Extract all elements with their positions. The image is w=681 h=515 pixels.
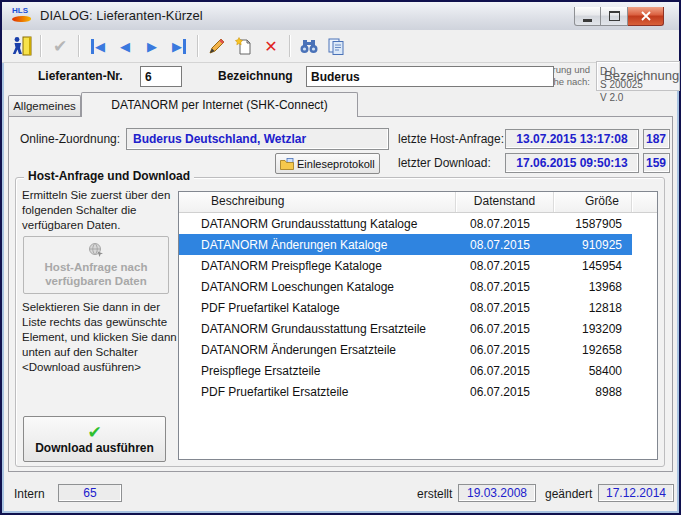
window-controls [574, 7, 664, 26]
column-header-groesse[interactable]: Größe [554, 192, 632, 212]
meta-line: S 200025 [600, 78, 643, 91]
nav-prev-icon: ◀ [120, 39, 130, 54]
column-header-filler [632, 192, 657, 212]
download-ausfuehren-button[interactable]: ✔ Download ausführen [23, 416, 166, 462]
online-zuordnung-label: Online-Zuordnung: [20, 132, 120, 146]
cell-datenstand: 08.07.2015 [456, 217, 554, 231]
globe-query-icon [88, 242, 104, 258]
table-row[interactable]: PDF Pruefartikel Kataloge 08.07.2015 128… [179, 297, 632, 318]
title-bar[interactable]: HLS DIALOG: Lieferanten-Kürzel [2, 2, 679, 31]
confirm-check-icon: ✔ [53, 36, 67, 56]
toolbar-separator [78, 35, 80, 57]
window-title: DIALOG: Lieferanten-Kürzel [40, 2, 203, 30]
table-row[interactable]: DATANORM Änderungen Ersatzteile 06.07.20… [179, 339, 632, 360]
cell-groesse: 192658 [554, 343, 632, 357]
cell-beschreibung: DATANORM Änderungen Kataloge [179, 238, 456, 252]
cell-datenstand: 08.07.2015 [456, 259, 554, 273]
cell-groesse: 13968 [554, 280, 632, 294]
exit-button[interactable] [10, 34, 34, 58]
nav-last-button[interactable]: ▶ [167, 34, 191, 58]
nav-prev-button[interactable]: ◀ [113, 34, 137, 58]
maximize-icon [609, 11, 620, 21]
column-header-datenstand[interactable]: Datenstand [456, 192, 554, 212]
cell-beschreibung: Preispflege Ersatzteile [179, 364, 456, 378]
toolbar-separator [197, 35, 199, 57]
cell-groesse: 8988 [554, 385, 632, 399]
delete-icon: ✕ [264, 37, 277, 56]
nav-last-icon: ▶ [172, 39, 186, 54]
instruction-top: Ermitteln Sie zuerst über den folgenden … [22, 188, 174, 233]
bezeichnung-input[interactable] [306, 66, 554, 87]
dialog-window: HLS DIALOG: Lieferanten-Kürzel [0, 0, 681, 515]
close-icon [641, 11, 651, 21]
table-row[interactable]: Preispflege Ersatzteile 06.07.2015 58400 [179, 360, 632, 381]
nav-next-button[interactable]: ▶ [140, 34, 164, 58]
cell-groesse: 12818 [554, 301, 632, 315]
new-document-icon [235, 37, 253, 55]
minimize-icon [583, 19, 592, 22]
cell-datenstand: 08.07.2015 [456, 280, 554, 294]
host-anfrage-button[interactable]: Host-Anfrage nach verfügbaren Daten [23, 236, 169, 294]
geaendert-field: 17.12.2014 [598, 484, 674, 502]
app-hls-icon: HLS [12, 7, 36, 25]
nav-first-button[interactable]: ◀ [86, 34, 110, 58]
table-row[interactable]: PDF Pruefartikel Ersatzteile 06.07.2015 … [179, 381, 632, 402]
hls-swoosh [12, 16, 31, 22]
delete-button[interactable]: ✕ [259, 34, 283, 58]
nav-first-icon: ◀ [91, 39, 105, 54]
cell-groesse: 145954 [554, 259, 632, 273]
cell-groesse: 193209 [554, 322, 632, 336]
edit-pencil-icon [208, 37, 226, 55]
toolbar-buttons: ✔ ◀ ◀ ▶ ▶ [10, 33, 348, 59]
online-zuordnung-field: Buderus Deutschland, Wetzlar [126, 128, 389, 150]
geaendert-label: geändert [545, 487, 592, 501]
copy-icon [327, 37, 345, 55]
letzte-host-anfrage-field: 13.07.2015 13:17:08 [505, 129, 639, 149]
meta-line: V 2.0 [600, 91, 643, 104]
datanorm-tab-panel: Online-Zuordnung: Buderus Deutschland, W… [8, 116, 673, 472]
edit-button[interactable] [205, 34, 229, 58]
cell-groesse: 58400 [554, 364, 632, 378]
cell-datenstand: 06.07.2015 [456, 322, 554, 336]
search-button[interactable] [297, 34, 321, 58]
maximize-button[interactable] [601, 7, 628, 26]
close-button[interactable] [628, 7, 664, 26]
intern-label: Intern [14, 487, 45, 501]
cell-beschreibung: PDF Pruefartikel Ersatzteile [179, 385, 456, 399]
lieferanten-nr-label: Lieferanten-Nr. [38, 69, 123, 83]
new-record-button[interactable] [232, 34, 256, 58]
cell-groesse: 910925 [554, 238, 632, 252]
cell-groesse: 1587905 [554, 217, 632, 231]
tab-allgemeines[interactable]: Allgemeines [8, 95, 81, 116]
table-row[interactable]: DATANORM Loeschungen Kataloge 08.07.2015… [179, 276, 632, 297]
table-row-selected[interactable]: DATANORM Änderungen Kataloge 08.07.2015 … [179, 234, 632, 255]
cell-datenstand: 06.07.2015 [456, 364, 554, 378]
erstellt-label: erstellt [417, 487, 452, 501]
cell-beschreibung: DATANORM Grundausstattung Kataloge [179, 217, 456, 231]
confirm-button[interactable]: ✔ [48, 34, 72, 58]
column-header-beschreibung[interactable]: Beschreibung [179, 192, 456, 212]
cell-datenstand: 06.07.2015 [456, 343, 554, 357]
letzte-host-anfrage-count: 187 [643, 129, 670, 149]
lieferanten-nr-input[interactable] [140, 66, 182, 87]
einleseprotokoll-label: Einleseprotokoll [297, 158, 375, 170]
tab-datanorm[interactable]: DATANORM per Internet (SHK-Connect) [81, 92, 358, 117]
einleseprotokoll-button[interactable]: Einleseprotokoll [275, 153, 380, 174]
table-row[interactable]: DATANORM Grundausstattung Ersatzteile 06… [179, 318, 632, 339]
copy-button[interactable] [324, 34, 348, 58]
green-check-icon: ✔ [87, 423, 101, 441]
toolbar-separator [289, 35, 291, 57]
letzter-download-field: 17.06.2015 09:50:13 [505, 153, 639, 173]
table-row[interactable]: DATANORM Grundausstattung Kataloge 08.07… [179, 213, 632, 234]
cell-beschreibung: DATANORM Preispflege Kataloge [179, 259, 456, 273]
bezeichnung-label: Bezeichnung [218, 69, 293, 83]
minimize-button[interactable] [574, 7, 601, 26]
intern-field: 65 [58, 484, 122, 502]
table-row[interactable]: DATANORM Preispflege Kataloge 08.07.2015… [179, 255, 632, 276]
folder-icon [280, 158, 294, 170]
cell-beschreibung: DATANORM Änderungen Ersatzteile [179, 343, 456, 357]
cell-beschreibung: PDF Pruefartikel Kataloge [179, 301, 456, 315]
host-anfrage-groupbox: Host-Anfrage und Download Ermitteln Sie … [15, 177, 665, 467]
letzter-download-count: 159 [643, 153, 670, 173]
download-button-label: Download ausführen [35, 441, 154, 456]
